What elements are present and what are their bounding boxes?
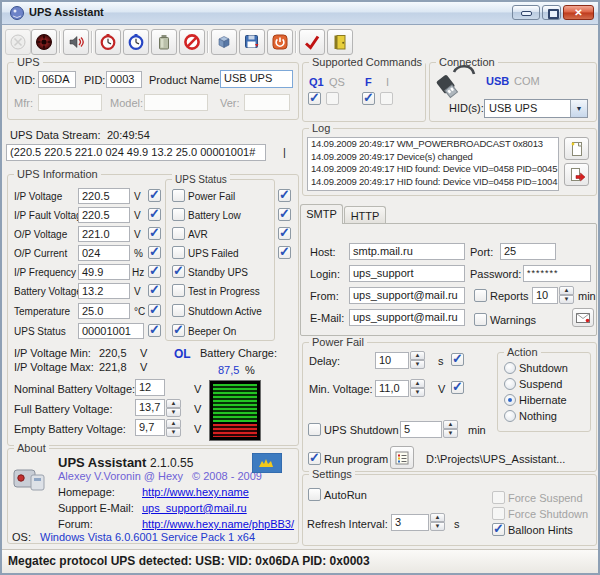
reports-stepper[interactable]: ▲▼ — [559, 286, 574, 304]
action-nothing-radio[interactable] — [504, 410, 516, 422]
info-row-checkbox[interactable] — [148, 208, 161, 221]
q1-checkbox[interactable] — [308, 92, 321, 105]
toolbar-save-button[interactable] — [239, 29, 265, 55]
minimize-button[interactable] — [512, 5, 540, 20]
homepage-link[interactable]: http://www.hexy.name — [142, 486, 249, 498]
ups-shutdown-field[interactable]: 5 — [400, 421, 442, 438]
battery-low-checkbox[interactable] — [172, 208, 185, 221]
model-field[interactable] — [144, 94, 208, 111]
refresh-interval-field[interactable]: 3 — [391, 514, 429, 531]
i-checkbox[interactable] — [380, 92, 393, 105]
info-row-checkbox[interactable] — [148, 324, 161, 337]
pid-field[interactable]: 0003 — [106, 71, 142, 88]
close-button[interactable]: ✕ — [563, 5, 594, 20]
avr-checkbox[interactable] — [172, 227, 185, 240]
status-notify-checkbox[interactable] — [278, 208, 291, 221]
min-voltage-stepper[interactable]: ▲▼ — [410, 379, 425, 397]
toolbar-apply-button[interactable] — [299, 29, 325, 55]
vid-field[interactable]: 06DA — [38, 71, 76, 88]
full-battery-field[interactable]: 13,7 — [135, 399, 165, 416]
toolbar-connect-button[interactable] — [5, 29, 31, 55]
balloon-hints-checkbox[interactable] — [492, 523, 505, 536]
ver-field[interactable] — [244, 94, 290, 111]
support-email-link[interactable]: ups_support@mail.ru — [142, 502, 247, 514]
info-row-value[interactable]: 00001001 — [78, 323, 144, 339]
from-field[interactable]: ups_support@mail.ru — [349, 287, 465, 304]
toolbar-timed-test-button[interactable] — [123, 29, 149, 55]
toolbar-ups-test-button[interactable] — [95, 29, 121, 55]
warnings-checkbox[interactable] — [474, 313, 487, 326]
force-suspend-checkbox[interactable] — [492, 491, 505, 504]
login-field[interactable]: ups_support — [349, 265, 465, 282]
log-list[interactable]: 14.09.2009 20:49:17 WM_POWERBROADCAST 0x… — [307, 137, 559, 191]
power-fail-checkbox[interactable] — [172, 189, 185, 202]
min-voltage-enable-checkbox[interactable] — [451, 381, 464, 394]
run-program-checkbox[interactable] — [308, 452, 321, 465]
toolbar-abort-test-button[interactable] — [179, 29, 205, 55]
forum-link[interactable]: http://www.hexy.name/phpBB3/ — [142, 518, 294, 530]
f-checkbox[interactable] — [362, 92, 375, 105]
info-row-value[interactable]: 221.0 — [78, 226, 130, 242]
test-in-progress-checkbox[interactable] — [172, 284, 185, 297]
info-row-value[interactable]: 024 — [78, 245, 130, 261]
toolbar-device-button[interactable] — [211, 29, 237, 55]
force-shutdown-checkbox[interactable] — [492, 507, 505, 520]
status-notify-checkbox[interactable] — [278, 189, 291, 202]
beeper-on-checkbox[interactable] — [172, 324, 185, 337]
mfr-field[interactable] — [38, 94, 102, 111]
info-row-value[interactable]: 49.9 — [78, 264, 130, 280]
delay-field[interactable]: 10 — [375, 352, 409, 369]
tab-smtp[interactable]: SMTP — [300, 204, 343, 224]
info-row-value[interactable]: 220.5 — [78, 188, 130, 204]
reports-interval-field[interactable]: 10 — [532, 287, 558, 304]
toolbar-disconnect-button[interactable] — [31, 29, 57, 55]
email-field[interactable]: ups_support@mail.ru — [349, 309, 465, 326]
info-row-checkbox[interactable] — [148, 246, 161, 259]
toolbar-exit-button[interactable] — [327, 29, 353, 55]
status-notify-checkbox[interactable] — [278, 246, 291, 259]
info-row-checkbox[interactable] — [148, 284, 161, 297]
info-row-checkbox[interactable] — [148, 189, 161, 202]
password-field[interactable]: ******* — [523, 265, 591, 282]
reports-checkbox[interactable] — [474, 289, 487, 302]
autorun-checkbox[interactable] — [308, 488, 321, 501]
ups-shutdown-checkbox[interactable] — [308, 423, 321, 436]
info-row-checkbox[interactable] — [148, 265, 161, 278]
tab-http[interactable]: HTTP — [344, 206, 386, 224]
info-row-value[interactable]: 13.2 — [78, 283, 130, 299]
full-battery-stepper[interactable]: ▲▼ — [166, 399, 181, 417]
maximize-button[interactable] — [542, 5, 561, 20]
min-voltage-field[interactable]: 11,0 — [375, 380, 409, 397]
export-log-button[interactable] — [564, 163, 589, 186]
data-stream-field[interactable]: (220.5 220.5 221.0 024 49.9 13.2 25.0 00… — [6, 144, 266, 161]
status-notify-checkbox[interactable] — [278, 227, 291, 240]
action-hibernate-radio[interactable] — [504, 394, 516, 406]
toolbar-power-off-button[interactable] — [267, 29, 293, 55]
host-field[interactable]: smtp.mail.ru — [349, 243, 465, 260]
delay-stepper[interactable]: ▲▼ — [410, 351, 425, 369]
send-test-mail-button[interactable] — [572, 308, 594, 327]
empty-battery-field[interactable]: 9,7 — [135, 419, 165, 436]
info-row-value[interactable]: 25.0 — [78, 303, 130, 319]
toolbar-battery-test-button[interactable] — [151, 29, 177, 55]
action-shutdown-radio[interactable] — [504, 362, 516, 374]
toolbar-beeper-button[interactable] — [63, 29, 89, 55]
empty-battery-stepper[interactable]: ▲▼ — [166, 419, 181, 437]
delay-enable-checkbox[interactable] — [451, 353, 464, 366]
action-suspend-radio[interactable] — [504, 378, 516, 390]
product-name-field[interactable]: USB UPS — [220, 70, 293, 88]
info-row-checkbox[interactable] — [148, 304, 161, 317]
port-field[interactable]: 25 — [500, 243, 556, 260]
shutdown-active-checkbox[interactable] — [172, 304, 185, 317]
standby-ups-checkbox[interactable] — [172, 265, 185, 278]
browse-program-button[interactable] — [390, 446, 414, 469]
new-log-button[interactable] — [564, 137, 589, 160]
ups-shutdown-stepper[interactable]: ▲▼ — [443, 420, 458, 438]
info-row-checkbox[interactable] — [148, 227, 161, 240]
qs-checkbox[interactable] — [326, 92, 339, 105]
refresh-interval-stepper[interactable]: ▲▼ — [430, 513, 445, 531]
hid-dropdown[interactable]: USB UPS ▼ — [484, 99, 588, 118]
info-row-value[interactable]: 220.5 — [78, 207, 130, 223]
ups-failed-checkbox[interactable] — [172, 246, 185, 259]
nominal-battery-field[interactable]: 12 — [135, 379, 165, 396]
